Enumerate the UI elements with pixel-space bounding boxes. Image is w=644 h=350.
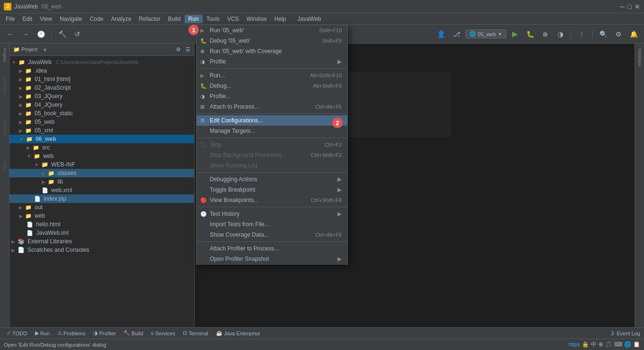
- close-button[interactable]: ✕: [635, 3, 640, 10]
- src-label: src: [42, 144, 50, 151]
- tree-ext-libs[interactable]: ▶ 📚 External Libraries: [9, 237, 194, 246]
- menu-toggle-bp[interactable]: Toggle Breakpoint ▶: [196, 184, 347, 195]
- build-icon: 🔨: [123, 330, 130, 336]
- project-dropdown-arrow[interactable]: ▼: [42, 47, 47, 53]
- git-button[interactable]: ⎇: [450, 28, 463, 41]
- menu-file[interactable]: File: [2, 15, 19, 23]
- tree-03jquery[interactable]: ▶ 📁 03_JQuery: [9, 92, 194, 101]
- run-config-selector[interactable]: 🌐 05_web ▼: [465, 29, 506, 38]
- event-log-label[interactable]: Event Log: [616, 331, 640, 336]
- toggle-bp-label: Toggle Breakpoint: [210, 186, 255, 193]
- structure-tab[interactable]: Structure: [2, 74, 7, 97]
- favorites-tab[interactable]: Favorites: [2, 116, 7, 139]
- tree-hellohtml[interactable]: 📄 hello.html: [9, 220, 194, 229]
- tree-src[interactable]: ▶ 📁 src: [9, 143, 194, 152]
- tree-javaweb-iml[interactable]: 📄 JavaWeb.iml: [9, 229, 194, 237]
- back-button[interactable]: ←: [4, 28, 17, 41]
- menu-refactor[interactable]: Refactor: [135, 15, 164, 23]
- tree-05web[interactable]: ▶ 📁 05_web: [9, 118, 194, 126]
- tab-problems[interactable]: ⚠ Problems: [55, 329, 88, 337]
- menu-profile-dots[interactable]: ◑ Profile...: [196, 91, 347, 101]
- tab-java-enterprise[interactable]: ☕ Java Enterprise: [213, 329, 263, 337]
- tab-run[interactable]: ▶ Run: [32, 329, 53, 337]
- menu-debug-05web[interactable]: 🐛 Debug '05_web' Shift+F9: [196, 36, 347, 46]
- menu-javaweb: JavaWeb: [298, 16, 321, 22]
- tab-build[interactable]: 🔨 Build: [121, 329, 146, 337]
- notifications-button[interactable]: 🔔: [627, 28, 640, 41]
- forward-button[interactable]: →: [19, 28, 32, 41]
- tree-05xml[interactable]: ▶ 📁 05_xml: [9, 126, 194, 135]
- tab-terminal[interactable]: ⊡ Terminal: [180, 329, 211, 337]
- menu-manage-targets[interactable]: Manage Targets...: [196, 126, 347, 136]
- tab-todo[interactable]: ✓ TODO: [4, 329, 30, 337]
- tree-web-root[interactable]: ▶ 📁 web: [9, 212, 194, 220]
- menu-import-tests[interactable]: Import Tests from File...: [196, 219, 347, 230]
- menu-edit[interactable]: Edit: [19, 15, 36, 23]
- tree-classes[interactable]: ▶ 📁 classes: [9, 169, 194, 177]
- menu-run-coverage[interactable]: ⊕ Run '05_web' with Coverage: [196, 46, 347, 56]
- menu-run-dots[interactable]: ▶ Run... Alt+Shift+F10: [196, 70, 347, 81]
- scratches-label: Scratches and Consoles: [28, 247, 89, 253]
- menu-edit-config[interactable]: ⚙ Edit Configurations...: [196, 115, 347, 126]
- project-sidebar-tab[interactable]: Project: [2, 46, 7, 64]
- tree-web-folder[interactable]: ▼ 📁 web: [9, 152, 194, 160]
- profiler-button[interactable]: ◑: [554, 28, 567, 41]
- web-tab[interactable]: Web: [2, 158, 7, 173]
- tree-02js[interactable]: ▶ 📁 02_JavaScript: [9, 83, 194, 92]
- tab-services[interactable]: ≡ Services: [148, 330, 178, 337]
- user-button[interactable]: 👤: [435, 28, 448, 41]
- settings-button[interactable]: ⚙: [612, 28, 625, 41]
- run-button[interactable]: ▶: [508, 28, 522, 41]
- menu-debug-dots[interactable]: 🐛 Debug... Alt+Shift+F9: [196, 81, 347, 91]
- maximize-button[interactable]: □: [628, 3, 632, 10]
- menu-debug-actions[interactable]: Debugging Actions ▶: [196, 174, 347, 184]
- project-settings-icon[interactable]: ⚙: [176, 46, 181, 53]
- tree-root[interactable]: ▼ 📁 JavaWeb C:\Users\lenovo\IdeaProjects…: [9, 58, 194, 66]
- tree-webxml[interactable]: 📄 web.xml: [9, 186, 194, 194]
- window-controls[interactable]: ─ □ ✕: [620, 3, 640, 10]
- menu-profiler-snap[interactable]: Open Profiler Snapshot ▶: [196, 254, 347, 264]
- root-path: C:\Users\lenovo\IdeaProjects\JavaWeb: [56, 60, 139, 65]
- sync-button[interactable]: ↺: [71, 28, 84, 41]
- build-project-button[interactable]: 🔨: [56, 28, 69, 41]
- profile-dots-icon: ◑: [200, 93, 205, 100]
- menu-window[interactable]: Window: [243, 15, 271, 23]
- menu-attach-profiler[interactable]: Attach Profiler to Process...: [196, 243, 347, 254]
- tree-01html[interactable]: ▶ 📁 01_html [html]: [9, 75, 194, 83]
- menu-tools[interactable]: Tools: [203, 15, 224, 23]
- minimize-button[interactable]: ─: [620, 3, 625, 10]
- tree-scratches[interactable]: ▶ 📄 Scratches and Consoles: [9, 246, 194, 254]
- menu-build[interactable]: Build: [164, 15, 185, 23]
- tab-profiler[interactable]: ◑ Profiler: [90, 329, 119, 337]
- recent-files-button[interactable]: 🕐: [34, 28, 47, 41]
- menu-analyze[interactable]: Analyze: [107, 15, 135, 23]
- menu-coverage-data[interactable]: Show Coverage Data... Ctrl+Alt+F6: [196, 230, 347, 240]
- menu-attach-process[interactable]: ⊞ Attach to Process... Ctrl+Alt+F5: [196, 101, 347, 112]
- menu-run[interactable]: Run: [185, 15, 203, 23]
- tree-04jquery[interactable]: ▶ 📁 04_JQuery: [9, 101, 194, 109]
- problems-icon: ⚠: [57, 330, 62, 336]
- menu-test-history[interactable]: 🕐 Test History ▶: [196, 209, 347, 219]
- more-run-options[interactable]: ⋮: [575, 28, 588, 41]
- tree-indexjsp[interactable]: 📄 index.jsp: [9, 194, 194, 203]
- tree-idea[interactable]: ▶ 📁 .idea: [9, 66, 194, 75]
- database-tab[interactable]: Database: [636, 46, 643, 70]
- menu-code[interactable]: Code: [86, 15, 107, 23]
- menu-help[interactable]: Help: [271, 15, 290, 23]
- menu-view[interactable]: View: [36, 15, 56, 23]
- menu-run-05web[interactable]: ▶ Run '05_web' Shift+F10: [196, 25, 347, 36]
- tree-05book[interactable]: ▶ 📁 05_book_static: [9, 109, 194, 118]
- debug-button[interactable]: 🐛: [523, 28, 537, 41]
- project-gear-icon[interactable]: ☰: [186, 46, 190, 53]
- tree-out[interactable]: ▶ 📁 out: [9, 203, 194, 212]
- tree-webinf[interactable]: ▼ 📁 WEB-INF: [9, 160, 194, 169]
- menu-vcs[interactable]: VCS: [224, 15, 243, 23]
- menu-profile[interactable]: ◑ Profile ▶: [196, 56, 347, 67]
- menu-navigate[interactable]: Navigate: [56, 15, 86, 23]
- coverage-button[interactable]: ⊕: [539, 28, 552, 41]
- search-everywhere-button[interactable]: 🔍: [597, 28, 610, 41]
- https-indicator[interactable]: https: [569, 341, 580, 347]
- menu-view-bp[interactable]: 🔴 View Breakpoints... Ctrl+Shift+F8: [196, 195, 347, 205]
- tree-06web[interactable]: ▼ 📁 06_web: [9, 135, 194, 143]
- tree-lib[interactable]: ▶ 📁 lib: [9, 177, 194, 186]
